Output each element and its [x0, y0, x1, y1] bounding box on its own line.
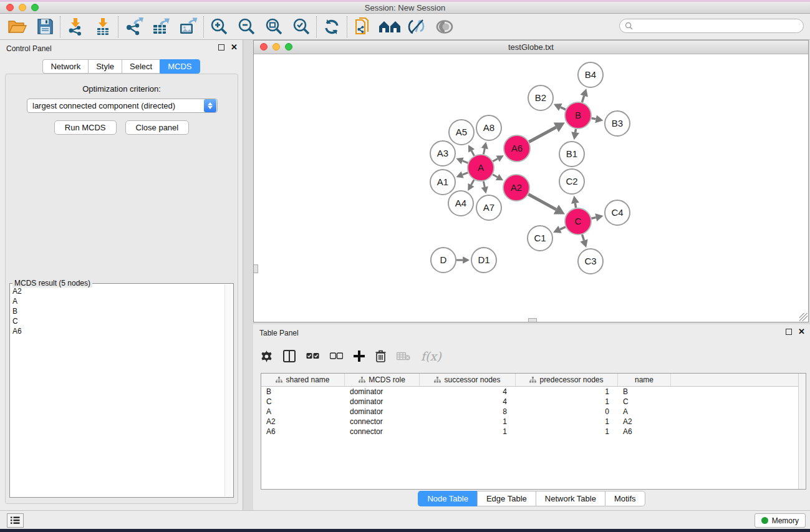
- network-minimize-button[interactable]: [272, 43, 280, 51]
- table-cell[interactable]: 1: [516, 387, 618, 396]
- graph-edge-C-C3[interactable]: [582, 235, 584, 240]
- close-table-panel-icon[interactable]: ✕: [798, 329, 805, 335]
- float-table-panel-icon[interactable]: [786, 329, 792, 335]
- zoom-in-icon[interactable]: [205, 16, 233, 38]
- network-zoom-button[interactable]: [285, 43, 292, 51]
- export-table-icon[interactable]: [147, 16, 175, 38]
- column-header-predecessor-nodes[interactable]: predecessor nodes: [516, 374, 618, 386]
- graph-edge-A-A6[interactable]: [493, 158, 498, 161]
- table-cell[interactable]: 0: [516, 407, 618, 416]
- table-cell[interactable]: 1: [516, 397, 618, 406]
- node-table[interactable]: shared name MCDS role successor nodes pr…: [261, 373, 806, 490]
- graph-edge-A-A7[interactable]: [483, 181, 485, 187]
- column-header-name[interactable]: name: [618, 374, 671, 386]
- import-network-icon[interactable]: [62, 16, 89, 38]
- graph-edge-B-B3[interactable]: [592, 118, 596, 118]
- run-mcds-button[interactable]: Run MCDS: [54, 120, 117, 135]
- task-history-button[interactable]: [7, 513, 24, 528]
- tab-network-table[interactable]: Network Table: [536, 491, 605, 506]
- home-view-icon[interactable]: [376, 16, 403, 38]
- mcds-result-scrollbar[interactable]: [224, 284, 233, 496]
- table-cell[interactable]: B: [261, 387, 345, 396]
- mcds-result-list[interactable]: A2ABCA6: [10, 286, 224, 496]
- table-row[interactable]: Cdominator41C: [261, 397, 798, 407]
- mcds-result-item[interactable]: C: [12, 316, 224, 326]
- clone-network-icon[interactable]: [349, 16, 376, 38]
- export-image-icon[interactable]: [175, 16, 202, 38]
- table-cell[interactable]: dominator: [345, 407, 420, 416]
- zoom-selected-icon[interactable]: [287, 16, 315, 38]
- table-cell[interactable]: 1: [420, 427, 516, 436]
- table-cell[interactable]: A: [261, 407, 345, 416]
- table-cell[interactable]: connector: [345, 427, 420, 436]
- column-header-mcds-role[interactable]: MCDS role: [345, 374, 420, 386]
- graph-edge-A-A4[interactable]: [471, 180, 475, 185]
- graph-edge-C-C2[interactable]: [575, 203, 576, 208]
- toolbar-search-field[interactable]: [619, 19, 804, 33]
- float-panel-icon[interactable]: [218, 44, 224, 51]
- table-row[interactable]: A2connector11A2: [261, 417, 798, 427]
- table-cell[interactable]: C: [261, 397, 345, 406]
- graph-edge-A-A3[interactable]: [463, 161, 468, 163]
- table-cell[interactable]: dominator: [345, 397, 420, 406]
- graph-edge-A-A2[interactable]: [493, 175, 497, 177]
- graph-edge-A2-C[interactable]: [528, 195, 556, 210]
- delete-column-trash-icon[interactable]: [375, 350, 386, 362]
- table-cell[interactable]: connector: [345, 417, 420, 426]
- table-row[interactable]: A6connector11A6: [261, 427, 798, 437]
- column-header-shared-name[interactable]: shared name: [261, 374, 345, 386]
- network-graph[interactable]: A5A8A6A3AA1A4A7A2B2B4BB3B1C2CC4C1C3DD1: [254, 54, 808, 322]
- graph-edge-B-B4[interactable]: [582, 96, 584, 102]
- minimize-window-button[interactable]: [19, 4, 26, 11]
- mcds-result-item[interactable]: B: [12, 306, 224, 316]
- criterion-select[interactable]: largest connected component (directed): [27, 99, 218, 113]
- table-cell[interactable]: A6: [618, 427, 671, 436]
- select-all-columns-icon[interactable]: [306, 352, 319, 360]
- unselect-all-columns-icon[interactable]: [330, 352, 343, 360]
- table-header-row[interactable]: shared name MCDS role successor nodes pr…: [261, 374, 798, 387]
- table-cell[interactable]: 1: [516, 427, 618, 436]
- table-cell[interactable]: 1: [516, 417, 618, 426]
- zoom-window-button[interactable]: [31, 4, 39, 11]
- table-cell[interactable]: C: [618, 397, 671, 406]
- close-panel-button[interactable]: Close panel: [125, 120, 190, 135]
- table-row[interactable]: Adominator80A: [261, 407, 798, 417]
- graph-edge-A-A5[interactable]: [471, 151, 474, 156]
- mcds-result-item[interactable]: A6: [12, 326, 224, 336]
- gear-icon[interactable]: [261, 351, 272, 362]
- table-scrollbar[interactable]: [798, 374, 806, 489]
- mcds-result-item[interactable]: A: [12, 296, 224, 306]
- table-cell[interactable]: 4: [420, 397, 516, 406]
- hide-labels-icon[interactable]: [403, 16, 431, 38]
- table-body[interactable]: Bdominator41BCdominator41CAdominator80AA…: [261, 387, 798, 437]
- tab-network[interactable]: Network: [42, 59, 88, 74]
- refresh-network-icon[interactable]: [318, 16, 345, 38]
- network-close-button[interactable]: [260, 43, 268, 51]
- columns-icon[interactable]: [283, 350, 296, 362]
- graph-edge-C-C4[interactable]: [591, 218, 595, 219]
- tab-style[interactable]: Style: [88, 59, 122, 74]
- tab-select[interactable]: Select: [122, 59, 160, 74]
- table-cell[interactable]: 1: [420, 417, 516, 426]
- network-window-titlebar[interactable]: testGlobe.txt: [254, 41, 808, 54]
- canvas-left-scroll-stub[interactable]: [254, 264, 258, 273]
- window-resize-grip[interactable]: [799, 313, 808, 321]
- close-window-button[interactable]: [6, 4, 14, 11]
- network-canvas[interactable]: A5A8A6A3AA1A4A7A2B2B4BB3B1C2CC4C1C3DD1: [254, 54, 808, 322]
- table-cell[interactable]: A6: [261, 427, 345, 436]
- open-session-icon[interactable]: [4, 16, 31, 38]
- search-input[interactable]: [636, 22, 803, 31]
- export-network-icon[interactable]: [120, 16, 147, 38]
- graph-edge-A6-B[interactable]: [529, 127, 556, 142]
- table-cell[interactable]: B: [618, 387, 671, 396]
- table-row[interactable]: Bdominator41B: [261, 387, 798, 397]
- table-cell[interactable]: 8: [420, 407, 516, 416]
- graph-edge-A-A1[interactable]: [463, 173, 468, 175]
- window-controls[interactable]: [6, 4, 39, 11]
- graph-edge-B-B1[interactable]: [576, 129, 576, 133]
- table-cell[interactable]: 4: [420, 387, 516, 396]
- table-cell[interactable]: A: [618, 407, 671, 416]
- table-cell[interactable]: A2: [618, 417, 671, 426]
- tab-node-table[interactable]: Node Table: [418, 491, 477, 506]
- graph-edge-C-C1[interactable]: [560, 227, 566, 230]
